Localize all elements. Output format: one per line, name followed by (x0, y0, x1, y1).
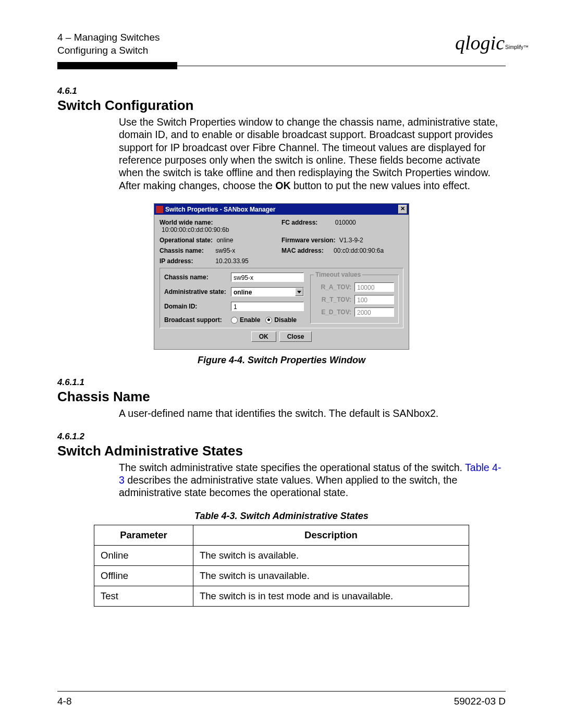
table-caption: Table 4-3. Switch Administrative States (57, 511, 506, 522)
opstate-label: Operational state: (160, 237, 213, 244)
table-row: Online The switch is available. (94, 545, 469, 565)
brand-logo: qlogic Simplify™ (455, 31, 506, 54)
ed-tov-input[interactable]: 2000 (354, 307, 394, 317)
page-footer: 4-8 59022-03 D (57, 691, 506, 707)
table-row: Test The switch is in test mode and is u… (94, 586, 469, 606)
subsection2-text-a: The switch administrative state specifie… (119, 462, 465, 473)
form-admin-label: Administrative state: (164, 288, 231, 295)
table-header-row: Parameter Description (94, 525, 469, 545)
ok-button[interactable]: OK (251, 331, 276, 342)
rt-tov-input[interactable]: 100 (354, 295, 394, 304)
subsection2-text: The switch administrative state specifie… (119, 461, 506, 499)
timeout-group: Timeout values R_A_TOV: 10000 R_T_TOV: 1… (310, 275, 399, 324)
mac-label: MAC address: (282, 247, 324, 254)
bcast-disable-radio[interactable]: Disable (265, 316, 297, 324)
opstate-value: online (216, 237, 233, 244)
ra-tov-input[interactable]: 10000 (354, 282, 394, 292)
form-chassis-input[interactable]: sw95-x (231, 273, 304, 282)
bcast-enable-label: Enable (240, 316, 260, 324)
section-title: Switch Configuration (57, 97, 506, 114)
chassis-label: Chassis name: (160, 247, 212, 254)
dialog-titlebar: Switch Properties - SANbox Manager ✕ (154, 204, 409, 215)
table-cell-param: Offline (94, 565, 193, 586)
wwn-value: 10:00:00:c0:dd:00:90:6b (162, 226, 229, 233)
bcast-enable-radio[interactable]: Enable (231, 316, 260, 324)
dialog-app-icon (156, 206, 163, 213)
fw-label: Firmware version: (282, 237, 335, 244)
section-para-bold: OK (275, 180, 290, 191)
ip-value: 10.20.33.95 (215, 257, 248, 265)
wwn-label: World wide name: (160, 219, 213, 226)
form-domain-label: Domain ID: (164, 303, 231, 310)
header-line1: 4 – Managing Switches (57, 31, 160, 44)
dialog-title-text: Switch Properties - SANbox Manager (165, 206, 275, 213)
subsection2-number: 4.6.1.2 (57, 431, 506, 442)
chassis-value: sw95-x (215, 247, 235, 254)
dialog-close-button[interactable]: ✕ (398, 205, 407, 214)
header-rule (57, 66, 506, 66)
form-admin-select[interactable]: online (231, 287, 304, 297)
admin-states-table: Parameter Description Online The switch … (94, 525, 469, 607)
header-line2: Configuring a Switch (57, 44, 160, 57)
chevron-down-icon[interactable] (295, 288, 303, 296)
section-para: Use the Switch Properties window to chan… (119, 116, 506, 192)
section-para-b: button to put the new values into effect… (291, 180, 470, 191)
table-cell-desc: The switch is in test mode and is unavai… (193, 586, 469, 606)
ip-label: IP address: (160, 257, 212, 265)
form-domain-input[interactable]: 1 (231, 302, 304, 311)
page-header: 4 – Managing Switches Configuring a Swit… (57, 31, 506, 57)
figure-caption: Figure 4-4. Switch Properties Window (57, 355, 506, 366)
ed-tov-label: E_D_TOV: (315, 309, 354, 316)
table-header-param: Parameter (94, 525, 193, 545)
close-button[interactable]: Close (279, 331, 312, 342)
table-header-desc: Description (193, 525, 469, 545)
section-number: 4.6.1 (57, 86, 506, 96)
radio-selected-icon (265, 317, 272, 324)
table-cell-desc: The switch is unavailable. (193, 565, 469, 586)
subsection1-text: A user-defined name that identifies the … (119, 407, 506, 419)
form-chassis-label: Chassis name: (164, 274, 231, 281)
table-cell-param: Test (94, 586, 193, 606)
brand-logo-subtext: Simplify™ (505, 44, 529, 50)
table-cell-desc: The switch is available. (193, 545, 469, 565)
fc-value: 010000 (335, 219, 356, 226)
subsection1-title: Chassis Name (57, 389, 506, 405)
timeout-legend: Timeout values (314, 271, 362, 278)
header-text: 4 – Managing Switches Configuring a Swit… (57, 31, 160, 57)
ra-tov-label: R_A_TOV: (315, 283, 354, 291)
bcast-disable-label: Disable (274, 316, 297, 324)
fw-value: V1.3-9-2 (339, 237, 363, 244)
subsection1-number: 4.6.1.1 (57, 377, 506, 388)
form-panel: Chassis name: sw95-x Administrative stat… (160, 268, 403, 328)
mac-value: 00:c0:dd:00:90:6a (334, 247, 384, 254)
subsection2-text-b: describes the administrative state value… (119, 474, 457, 498)
switch-properties-dialog: Switch Properties - SANbox Manager ✕ Wor… (154, 203, 409, 350)
subsection2-title: Switch Administrative States (57, 443, 506, 459)
fc-label: FC address: (282, 219, 317, 226)
table-cell-param: Online (94, 545, 193, 565)
rt-tov-label: R_T_TOV: (315, 296, 354, 303)
radio-icon (231, 317, 238, 324)
figure-dialog: Switch Properties - SANbox Manager ✕ Wor… (154, 203, 409, 350)
form-bcast-label: Broadcast support: (164, 316, 231, 324)
footer-page-number: 4-8 (57, 696, 71, 707)
footer-doc-id: 59022-03 D (454, 696, 506, 707)
table-row: Offline The switch is unavailable. (94, 565, 469, 586)
brand-logo-text: qlogic (455, 32, 505, 54)
